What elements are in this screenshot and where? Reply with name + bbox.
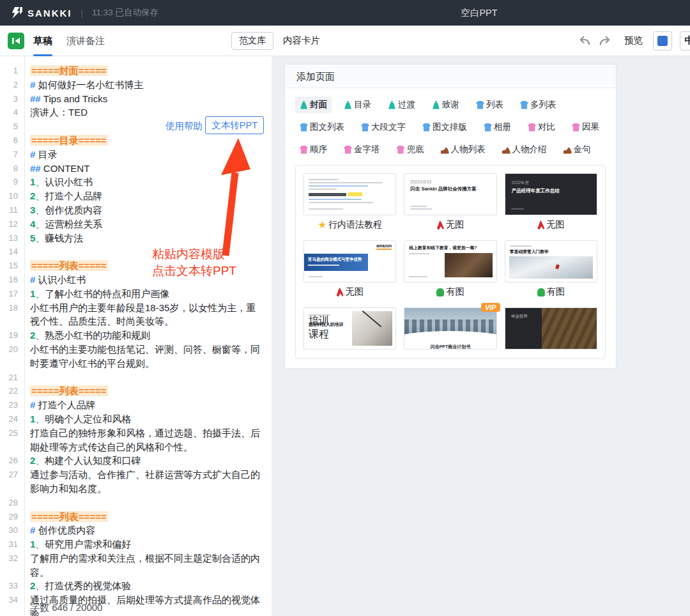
editor-line[interactable]: 18小红书用户的主要年龄段是18-35岁，以女性为主，重视个性、品质生活、时尚美… xyxy=(0,301,272,329)
draft-editor[interactable]: 1=====封面=====2# 如何做好一名小红书博主3## Tips and … xyxy=(0,56,272,616)
page-type-chip[interactable]: 多列表 xyxy=(516,96,561,113)
line-content[interactable]: 通过参与活动、合作推广、社群运营等方式扩大自己的影响力和知名度。 xyxy=(24,468,272,496)
editor-line[interactable]: 25打造自己的独特形象和风格，通过选题、拍摄手法、后期处理等方式传达自己的风格和… xyxy=(0,426,272,454)
editor-line[interactable]: 3## Tips and Tricks xyxy=(0,92,272,106)
editor-line[interactable]: 91、认识小红书 xyxy=(0,175,272,189)
template-thumbnail[interactable]: 线上教育和线下教育，谁更胜一筹? xyxy=(404,240,496,282)
editor-line[interactable]: 22=====列表===== xyxy=(0,384,272,398)
editor-line[interactable]: 2# 如何做好一名小红书博主 xyxy=(0,78,272,92)
line-content[interactable]: 打造自己的独特形象和风格，通过选题、拍摄手法、后期处理等方式传达自己的风格和个性… xyxy=(24,426,272,454)
editor-line[interactable]: 29=====列表===== xyxy=(0,510,272,524)
template-thumbnail[interactable]: amazon亚马逊的商业模式与竞争优势 xyxy=(303,240,396,282)
template-thumbnail[interactable]: 2022/10/13闪击 Sankki 品牌社会传播方案 xyxy=(404,173,496,215)
editor-line[interactable]: 135、赚钱方法 xyxy=(0,231,272,245)
page-type-chip[interactable]: 人物介绍 xyxy=(498,141,551,158)
line-content[interactable]: 2、熟悉小红书的功能和规则 xyxy=(24,328,272,343)
line-content[interactable]: # 如何做好一名小红书博主 xyxy=(24,78,272,92)
line-content[interactable]: ## CONTENT xyxy=(24,162,272,176)
template-thumbnail[interactable]: 2022年度产品经理年度工作总结 xyxy=(505,173,597,215)
template-thumbnail[interactable]: 毕业答辩 xyxy=(505,307,597,350)
editor-line[interactable]: 6=====目录===== xyxy=(0,134,272,148)
line-content[interactable]: 小红书的主要功能包括笔记、评测、问答、橱窗等，同时要遵守小红书的平台规则。 xyxy=(24,343,272,371)
editor-line[interactable]: 1=====封面===== xyxy=(0,64,272,78)
page-type-chip[interactable]: 人物列表 xyxy=(436,141,490,158)
editor-line[interactable]: 28 xyxy=(0,496,272,510)
line-content[interactable]: =====列表===== xyxy=(24,384,272,398)
text-to-ppt-button[interactable]: 文本转PPT xyxy=(205,116,264,134)
line-content[interactable]: # 目录 xyxy=(24,148,272,162)
document-title[interactable]: 空白PPT xyxy=(461,7,497,19)
page-type-chip[interactable]: 因果 xyxy=(567,119,604,135)
editor-line[interactable]: 27通过参与活动、合作推广、社群运营等方式扩大自己的影响力和知名度。 xyxy=(0,468,272,496)
editor-line[interactable]: 192、熟悉小红书的功能和规则 xyxy=(0,328,272,343)
collapse-panel-button[interactable] xyxy=(8,33,24,49)
page-type-chip[interactable]: 顺序 xyxy=(295,141,332,158)
line-content[interactable]: =====列表===== xyxy=(24,510,272,524)
editor-line[interactable]: 20小红书的主要功能包括笔记、评测、问答、橱窗等，同时要遵守小红书的平台规则。 xyxy=(0,343,272,371)
line-content[interactable]: # 创作优质内容 xyxy=(24,523,272,537)
template-card[interactable]: 零基础滑雪入门教学有图 xyxy=(505,240,597,298)
template-thumbnail[interactable]: 闪击PPT商业计划书 xyxy=(404,307,496,350)
line-content[interactable]: 1、认识小红书 xyxy=(24,175,272,189)
sample-library-button[interactable]: 范文库 xyxy=(231,32,273,50)
editor-line[interactable]: 21 xyxy=(0,371,272,385)
page-type-chip[interactable]: 金字塔 xyxy=(339,141,385,158)
page-type-chip[interactable]: 相册 xyxy=(479,119,516,135)
line-content[interactable]: 小红书用户的主要年龄段是18-35岁，以女性为主，重视个性、品质生活、时尚美妆等… xyxy=(24,301,272,329)
help-link[interactable]: 使用帮助 xyxy=(165,120,203,132)
page-type-chip[interactable]: 致谢 xyxy=(427,96,464,113)
tab-draft[interactable]: 草稿 xyxy=(33,26,52,56)
page-type-chip[interactable]: 金句 xyxy=(559,141,595,158)
template-thumbnail[interactable] xyxy=(303,173,396,215)
template-card[interactable]: 培训课程感官科技入职培训 xyxy=(303,307,396,350)
template-thumbnail[interactable]: 培训课程感官科技入职培训 xyxy=(303,307,396,350)
editor-line[interactable]: 23# 打造个人品牌 xyxy=(0,398,272,412)
template-card[interactable]: 线上教育和线下教育，谁更胜一筹?有图 xyxy=(404,240,496,298)
content-cards-tab[interactable]: 内容卡片 xyxy=(283,35,320,47)
page-type-chip[interactable]: 过渡 xyxy=(383,96,420,113)
editor-line[interactable]: 124、运营粉丝关系 xyxy=(0,217,272,231)
editor-line[interactable]: 171、了解小红书的特点和用户画像 xyxy=(0,287,272,301)
line-content[interactable]: 1、研究用户需求和偏好 xyxy=(24,537,272,551)
line-content[interactable]: 1、了解小红书的特点和用户画像 xyxy=(24,287,272,301)
editor-lines[interactable]: 1=====封面=====2# 如何做好一名小红书博主3## Tips and … xyxy=(0,56,272,616)
template-grid-box[interactable]: ★行内语法教程2022/10/13闪击 Sankki 品牌社会传播方案无图202… xyxy=(295,165,606,359)
line-content[interactable]: 4、运营粉丝关系 xyxy=(24,217,272,231)
template-card[interactable]: 2022年度产品经理年度工作总结无图 xyxy=(505,173,597,231)
line-content[interactable]: ## Tips and Tricks xyxy=(24,92,272,106)
line-content[interactable]: 3、创作优质内容 xyxy=(24,203,272,217)
line-content[interactable]: =====封面===== xyxy=(24,64,272,78)
editor-line[interactable]: 32了解用户的需求和关注点，根据不同主题定制合适的内容。 xyxy=(0,551,272,580)
line-content[interactable]: 1、明确个人定位和风格 xyxy=(24,412,272,426)
page-type-chip[interactable]: 对比 xyxy=(523,119,560,135)
page-type-chip[interactable]: 兜底 xyxy=(392,141,429,158)
line-content[interactable] xyxy=(24,371,272,385)
line-content[interactable]: =====目录===== xyxy=(24,134,272,148)
editor-line[interactable]: 262、构建个人认知度和口碑 xyxy=(0,454,272,468)
template-card[interactable]: 毕业答辩 xyxy=(505,307,597,350)
line-content[interactable] xyxy=(24,496,272,510)
template-thumbnail[interactable]: 零基础滑雪入门教学 xyxy=(505,240,597,282)
template-card[interactable]: ★行内语法教程 xyxy=(303,173,396,231)
line-content[interactable]: 2、构建个人认知度和口碑 xyxy=(24,454,272,468)
page-type-chip[interactable]: 图文排版 xyxy=(418,119,471,135)
page-type-chip[interactable]: 列表 xyxy=(471,96,508,113)
editor-line[interactable]: 332、打造优秀的视觉体验 xyxy=(0,579,272,593)
language-toggle-button[interactable]: 中 xyxy=(680,31,690,50)
preview-button[interactable]: 预览 xyxy=(624,35,643,47)
editor-line[interactable]: 30# 创作优质内容 xyxy=(0,523,272,537)
theme-color-button[interactable] xyxy=(653,31,672,50)
editor-line[interactable]: 311、研究用户需求和偏好 xyxy=(0,537,272,551)
page-type-chip[interactable]: 图文列表 xyxy=(295,119,349,135)
page-type-chip[interactable]: 目录 xyxy=(339,96,376,113)
editor-line[interactable]: 113、创作优质内容 xyxy=(0,203,272,217)
template-card[interactable]: amazon亚马逊的商业模式与竞争优势无图 xyxy=(303,240,396,298)
tab-speaker-notes[interactable]: 演讲备注 xyxy=(66,26,105,56)
redo-icon[interactable] xyxy=(599,36,610,46)
line-content[interactable]: 2、打造优秀的视觉体验 xyxy=(24,579,272,593)
line-content[interactable]: 5、赚钱方法 xyxy=(24,231,272,245)
line-content[interactable]: 2、打造个人品牌 xyxy=(24,189,272,203)
editor-line[interactable]: 7# 目录 xyxy=(0,148,272,162)
undo-icon[interactable] xyxy=(579,36,591,46)
page-type-chip[interactable]: 封面 xyxy=(295,96,332,113)
